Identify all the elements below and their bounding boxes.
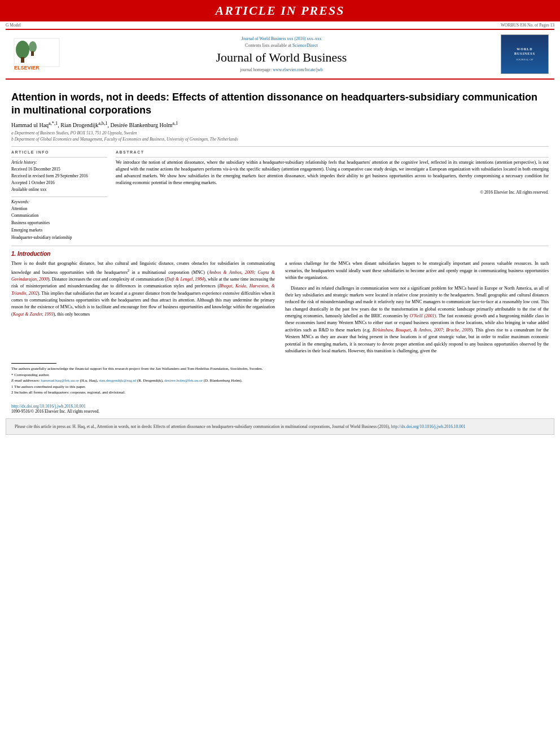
homepage-url[interactable]: www.elsevier.com/locate/jwb (273, 67, 323, 72)
info-divider (11, 157, 107, 158)
author1-sup: a,*,1 (49, 121, 58, 126)
journal-link[interactable]: Journal of World Business xxx (2016) xxx… (68, 36, 495, 41)
footnote-1: 1 The authors contributed equally to thi… (11, 384, 275, 390)
journal-header: ELSEVIER Journal of World Business xxx (… (6, 29, 554, 80)
footnotes: The authors gratefully acknowledge the f… (11, 366, 275, 396)
author2-sup: a,b,1 (98, 121, 107, 126)
body-columns: There is no doubt that geographic distan… (11, 260, 549, 395)
body-p1: There is no doubt that geographic distan… (11, 260, 275, 318)
keywords-list: Attention Communication Business opportu… (11, 206, 107, 242)
affiliations: a Department of Business Studies, PO BOX… (11, 130, 549, 143)
svg-point-1 (16, 41, 29, 59)
keyword-3: Business opportunities (11, 220, 107, 227)
body-col2-p1: a serious challenge for the MNCs when di… (285, 260, 549, 281)
issn-text: 1090-9516/© 2016 Elsevier Inc. All right… (11, 409, 99, 414)
body-col2-p2: Distance and its related challenges in c… (285, 285, 549, 355)
author3-name: , Desirée Blankenburg Holm (107, 122, 172, 128)
article-history: Article history: Received 16 December 20… (11, 159, 107, 193)
article-content: Attention in words, not in deeds: Effect… (0, 80, 560, 401)
revised-date: Received in revised form 29 September 20… (11, 173, 107, 180)
footnote-corresponding: * Corresponding author. (11, 372, 275, 378)
footnote-emails: E-mail addresses: hammad.haq@fek.uu.se (… (11, 378, 275, 384)
cite-4: Kogut & Zander, 1993 (13, 312, 54, 317)
doi-link[interactable]: http://dx.doi.org/10.1016/j.jwb.2016.10.… (11, 404, 86, 409)
elsevier-logo: ELSEVIER (11, 36, 62, 73)
article-title: Attention in words, not in deeds: Effect… (11, 91, 549, 117)
keyword-1: Attention (11, 206, 107, 213)
section-1: 1. Introduction There is no doubt that g… (11, 251, 549, 395)
accepted-date: Accepted 1 October 2016 (11, 180, 107, 186)
email-label: E-mail addresses: (11, 378, 40, 383)
keyword-4: Emerging markets (11, 227, 107, 234)
affil-a: a Department of Business Studies, PO BOX… (11, 130, 549, 136)
cite-bruche: Bruche, 2009 (446, 327, 471, 333)
svg-point-3 (29, 41, 37, 53)
cite-3: Bhagat, Keida, Harveston, & Triandis, 20… (11, 283, 275, 295)
abstract-label: ABSTRACT (116, 150, 549, 154)
journal-homepage: journal homepage: www.elsevier.com/locat… (68, 67, 495, 72)
footnote-ack: The authors gratefully acknowledge the f… (11, 366, 275, 372)
abstract-col: ABSTRACT We introduce the notion of atte… (116, 150, 549, 242)
cite-2: Daft & Lengel, 1984 (167, 277, 204, 282)
keywords-divider (11, 196, 107, 197)
abstract-divider (116, 157, 549, 158)
available-online: Available online xxx (11, 186, 107, 193)
sciencedirect-link[interactable]: ScienceDirect (292, 43, 318, 48)
svg-rect-2 (21, 57, 24, 63)
keyword-2: Communication (11, 212, 107, 220)
author3-sup: a,1 (172, 121, 178, 126)
citation-bar: Please cite this article in press as: H.… (6, 418, 554, 435)
body-col-2: a serious challenge for the MNCs when di… (285, 260, 549, 395)
divider-2 (11, 246, 549, 246)
article-info-label: ARTICLE INFO (11, 150, 107, 154)
citation-text: Please cite this article in press as: H.… (15, 424, 390, 429)
keywords-label: Keywords: (11, 199, 107, 204)
history-label: Article history: (11, 159, 107, 166)
affil-b: b Department of Global Economics and Man… (11, 136, 549, 142)
authors-line: Hammad ul Haqa,*,1, Rian Drogendijka,b,1… (11, 121, 549, 128)
email2-link[interactable]: rian.drogendijk@rug.nl (99, 378, 136, 383)
footnote-divider (11, 363, 56, 364)
svg-rect-4 (31, 51, 34, 56)
footnote-area: The authors gratefully acknowledge the f… (11, 363, 275, 396)
author2-name: , Rian Drogendijk (58, 122, 98, 128)
email1-link[interactable]: hammad.haq@fek.uu.se (41, 378, 79, 383)
world-business-logo: WORLDBUSINESS JOURNAL OF (501, 34, 549, 74)
article-info-col: ARTICLE INFO Article history: Received 1… (11, 150, 107, 242)
author1-name: Hammad ul Haq (11, 122, 49, 128)
body-col-1: There is no doubt that geographic distan… (11, 260, 275, 395)
article-in-press-banner: ARTICLE IN PRESS (0, 0, 560, 21)
journal-center: Journal of World Business xxx (2016) xxx… (68, 36, 495, 72)
citation-doi-link[interactable]: http://dx.doi.org/10.1016/j.jwb.2016.10.… (391, 424, 466, 429)
section-1-heading: 1. Introduction (11, 251, 549, 257)
abstract-text: We introduce the notion of attention dis… (116, 159, 549, 186)
email3-link[interactable]: desiree.holm@fek.uu.se (164, 378, 203, 383)
footnote-2: 2 Includes all forms of headquarters: co… (11, 390, 275, 396)
divider-1 (11, 146, 549, 147)
keywords-section: Keywords: Attention Communication Busine… (11, 199, 107, 242)
gmodel-line: G Model WORBUS 836 No. of Pages 13 (0, 21, 560, 29)
info-abstract-row: ARTICLE INFO Article history: Received 1… (11, 150, 549, 242)
cite-birkinshaw: Birkinshaw, Bouquet, & Ambos, 2007 (373, 327, 443, 333)
journal-title: Journal of World Business (68, 50, 495, 65)
doi-section: http://dx.doi.org/10.1016/j.jwb.2016.10.… (0, 401, 560, 416)
gmodel-left: G Model (6, 23, 21, 28)
copyright-text: © 2016 Elsevier Inc. All rights reserved… (116, 190, 549, 195)
received-date: Received 16 December 2015 (11, 166, 107, 173)
cite-1: Ambos & Ambos, 2009; Gupta & Govindaraja… (11, 269, 275, 281)
keyword-5: Headquarter-subsidiary relationship (11, 234, 107, 242)
contents-line: Contents lists available at ScienceDirec… (68, 43, 495, 48)
cite-oneill: O'Neill (2001) (410, 313, 436, 318)
svg-text:ELSEVIER: ELSEVIER (14, 65, 40, 71)
gmodel-right: WORBUS 836 No. of Pages 13 (501, 23, 554, 28)
